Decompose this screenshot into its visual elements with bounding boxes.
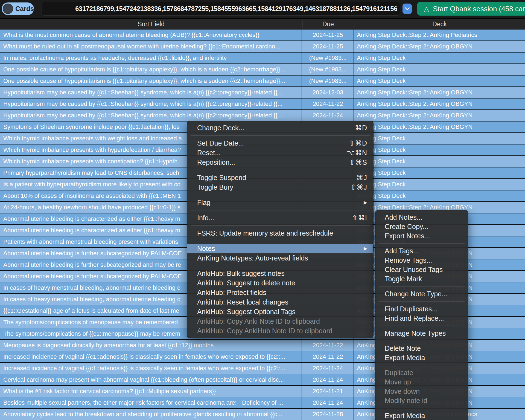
table-row[interactable]: One possible cause of hypopituitarism is…	[0, 76, 525, 87]
menu-item-change-note-type[interactable]: Change Note Type...	[375, 289, 468, 299]
menu-item-add-notes[interactable]: Add Notes...	[375, 213, 468, 222]
menu-item-ankihub-protect-fields[interactable]: AnkiHub: Protect fields	[187, 288, 373, 297]
menu-item-label: Reposition...	[197, 158, 344, 166]
anki-browser-window: Cards 63172186799,1547242138336,15786847…	[0, 0, 525, 420]
menu-item-label: AnKing Notetypes: Auto-reveal fields	[197, 254, 367, 262]
menu-item-label: Change Note Type...	[385, 290, 463, 298]
menu-item-label: Toggle Bury	[197, 183, 345, 191]
menu-item-label: Info...	[197, 214, 346, 222]
menu-separator	[379, 408, 465, 408]
menu-item-ankihub-reset-local[interactable]: AnkiHub: Reset local changes	[187, 297, 373, 307]
menu-item-label: Add Tags...	[385, 247, 463, 255]
menu-item-label: Set Due Date...	[197, 139, 343, 147]
menu-item-label: Create Copy...	[385, 223, 463, 231]
menu-separator	[191, 210, 370, 210]
cell-deck: AnKing Step Deck::Step 2::AnKing OBGYN	[354, 87, 525, 98]
menu-item-find-and-replace[interactable]: Find and Replace...	[375, 314, 468, 323]
search-input[interactable]: 63172186799,1547242138336,1578684787255,…	[42, 2, 400, 16]
menu-item-toggle-bury[interactable]: Toggle Bury⇧⌘J	[187, 183, 373, 192]
table-row[interactable]: Hypopituitarism may be caused by {{c1::S…	[0, 110, 525, 121]
menu-item-manage-note-types[interactable]: Manage Note Types	[375, 329, 468, 338]
menu-item-label: Notes	[197, 245, 358, 253]
table-row[interactable]: What is the most common cause of abnorma…	[0, 30, 525, 41]
menu-item-anking-auto-reveal[interactable]: AnKing Notetypes: Auto-reveal fields	[187, 253, 373, 263]
cell-deck: AnKing Step Deck	[354, 179, 525, 190]
menu-item-ankihub-suggest-delete[interactable]: AnkiHub: Suggest to delete note	[187, 278, 373, 288]
cards-notes-toggle[interactable]: Cards	[2, 2, 34, 15]
cell-deck: AnKing Step Deck::Step 2::AnKing OBGYN	[354, 110, 525, 121]
notes-submenu: Add Notes...Create Copy...Export Notes..…	[375, 210, 468, 420]
cell-due: 2024-11-22	[302, 340, 354, 351]
cell-deck: AnKing Step Deck	[354, 156, 525, 167]
menu-item-export-notes[interactable]: Export Notes...	[375, 231, 468, 241]
table-header: Sort Field Due Deck	[0, 19, 525, 30]
menu-item-label: AnkiHub: Copy AnkiHub Note ID to clipboa…	[197, 327, 367, 335]
menu-item-clear-unused-tags[interactable]: Clear Unused Tags	[375, 265, 468, 274]
menu-item-ankihub-bulk-suggest[interactable]: AnkiHub: Bulk suggest notes	[187, 269, 373, 278]
menu-item-label: Move down	[385, 387, 463, 395]
menu-item-change-deck[interactable]: Change Deck...⌘D	[187, 123, 373, 133]
menu-item-toggle-suspend[interactable]: Toggle Suspend⌘J	[187, 173, 373, 183]
menu-item-label: Reset...	[197, 149, 341, 157]
menu-item-notes[interactable]: Notes▶	[187, 244, 373, 253]
top-toolbar: Cards 63172186799,1547242138336,15786847…	[0, 0, 525, 19]
cell-deck: AnKing Step Deck::Step 2::AnKing OBGYN	[354, 121, 525, 132]
menu-item-label: Manage Note Types	[385, 329, 463, 337]
menu-item-move-down: Move down	[375, 387, 468, 396]
menu-item-info[interactable]: Info...⇧⌘I	[187, 213, 373, 223]
cell-sort-field: Anovulatory cycles lead to the breakdown…	[0, 409, 302, 420]
menu-item-ankihub-copy-anki-id: AnkiHub: Copy Anki Note ID to clipboard	[187, 317, 373, 326]
menu-item-label: Remove Tags...	[385, 256, 463, 264]
menu-separator	[379, 326, 465, 326]
menu-item-flag[interactable]: Flag▶	[187, 198, 373, 207]
menu-item-add-tags[interactable]: Add Tags...	[375, 246, 468, 256]
cell-deck: AnKing Step Deck::Step 2::AnKing OBGYN	[354, 41, 525, 52]
menu-item-find-duplicates[interactable]: Find Duplicates...	[375, 304, 468, 314]
menu-item-label: Find and Replace...	[385, 314, 463, 322]
menu-item-label: Flag	[197, 199, 358, 207]
cell-deck: AnKing Step Deck::Step 2::AnKing OBGYN	[354, 99, 525, 109]
table-row[interactable]: Hypopituitarism may be caused by {{c1::S…	[0, 99, 525, 110]
menu-item-shortcut: ⇧⌘D	[349, 139, 367, 147]
menu-item-ankihub-suggest-optional-tags[interactable]: AnkiHub: Suggest Optional Tags	[187, 307, 373, 317]
start-qbank-button[interactable]: △ Start Qbank session (458 car	[417, 2, 525, 16]
menu-item-move-up: Move up	[375, 377, 468, 387]
cell-deck: AnKing Step Deck	[354, 190, 525, 201]
column-header-deck[interactable]: Deck	[354, 19, 525, 30]
cell-due: 2024-11-21	[302, 386, 354, 397]
column-header-sort-field[interactable]: Sort Field	[0, 19, 302, 30]
menu-item-remove-tags[interactable]: Remove Tags...	[375, 256, 468, 265]
menu-item-reposition[interactable]: Reposition...⇧⌘S	[187, 158, 373, 167]
cell-due: 2024-11-22	[302, 99, 354, 109]
menu-item-fsrs-update-memory[interactable]: FSRS: Update memory state and reschedule	[187, 228, 373, 238]
menu-separator	[191, 241, 370, 241]
start-qbank-label: Start Qbank session (458 car	[433, 5, 525, 13]
menu-item-label: Toggle Suspend	[197, 174, 351, 182]
menu-item-label: Move up	[385, 378, 463, 386]
menu-item-label: AnkiHub: Bulk suggest notes	[197, 270, 367, 277]
menu-item-delete-note[interactable]: Delete Note	[375, 344, 468, 353]
menu-item-reset[interactable]: Reset...⌥⌘N	[187, 148, 373, 158]
menu-item-create-copy[interactable]: Create Copy...	[375, 222, 468, 231]
menu-item-export-media-2[interactable]: Export Media	[375, 411, 468, 420]
cell-sort-field: Menopause is diagnosed clinically by ame…	[0, 340, 302, 351]
table-row[interactable]: In males, prolactinoma presents as heada…	[0, 53, 525, 64]
search-dropdown-button[interactable]	[402, 4, 412, 14]
table-row[interactable]: One possible cause of hypopituitarism is…	[0, 64, 525, 76]
menu-item-toggle-mark[interactable]: Toggle Mark	[375, 274, 468, 283]
cell-due: 2024-12-03	[302, 87, 354, 98]
menu-item-export-media[interactable]: Export Media	[375, 353, 468, 362]
cell-sort-field: One possible cause of hypopituitarism is…	[0, 76, 302, 86]
column-header-due[interactable]: Due	[302, 19, 354, 30]
menu-item-shortcut: ⇧⌘S	[349, 158, 367, 166]
menu-item-label: Export Media	[385, 354, 463, 362]
cell-due: 2024-11-24	[302, 397, 354, 408]
table-row[interactable]: What must be ruled out in all postmenopa…	[0, 41, 525, 53]
cell-sort-field: Increased incidence of vaginal {{c1::ade…	[0, 363, 302, 374]
menu-item-set-due-date[interactable]: Set Due Date...⇧⌘D	[187, 138, 373, 148]
menu-separator	[191, 266, 370, 266]
menu-item-label: Clear Unused Tags	[385, 266, 463, 274]
menu-separator	[379, 243, 465, 244]
menu-separator	[379, 301, 465, 302]
table-row[interactable]: Hypopituitarism may be caused by {{c1::S…	[0, 87, 525, 99]
